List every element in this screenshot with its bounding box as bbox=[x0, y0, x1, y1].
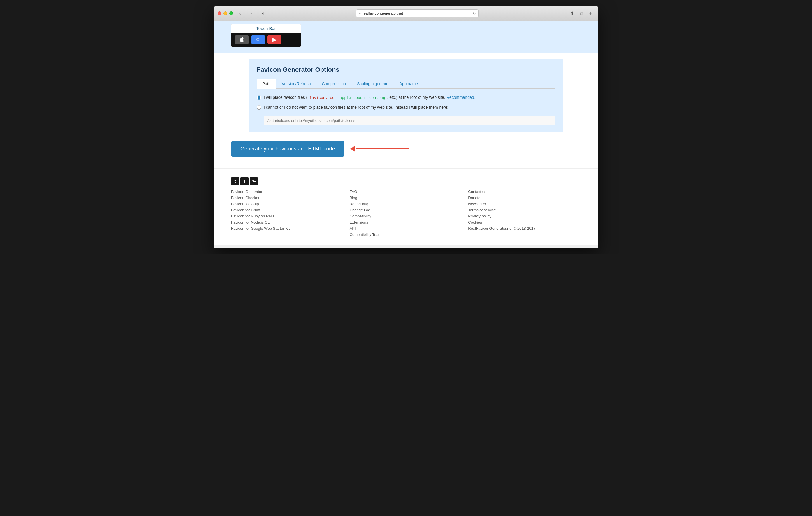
sidebar-button[interactable]: ⊡ bbox=[258, 10, 266, 17]
footer-col-2: FAQ Blog Report bug Change Log Compatibi… bbox=[350, 189, 463, 237]
footer-social: t f G+ bbox=[231, 177, 581, 185]
close-button[interactable] bbox=[218, 11, 221, 15]
tab-version-refresh[interactable]: Version/Refresh bbox=[276, 79, 316, 88]
address-bar[interactable]: ≡ realfavicongenerator.net ↻ bbox=[356, 9, 478, 18]
footer-link-favicon-ruby[interactable]: Favicon for Ruby on Rails bbox=[231, 214, 344, 218]
footer-link-privacy[interactable]: Privacy policy bbox=[468, 214, 581, 218]
footer-link-compatibility-test[interactable]: Compatibility Test bbox=[350, 232, 463, 237]
radio-custom[interactable] bbox=[257, 105, 261, 110]
footer-link-extensions[interactable]: Extensions bbox=[350, 220, 463, 224]
generate-button[interactable]: Generate your Favicons and HTML code bbox=[231, 141, 344, 156]
red-arrow bbox=[350, 146, 409, 152]
footer-link-favicon-gulp[interactable]: Favicon for Gulp bbox=[231, 202, 344, 206]
tab-scaling-algorithm[interactable]: Scaling algorithm bbox=[351, 79, 394, 88]
radio-option-custom: I cannot or I do not want to place favic… bbox=[257, 104, 555, 111]
touch-bar-label: Touch Bar bbox=[231, 24, 301, 33]
traffic-lights bbox=[218, 11, 233, 15]
tab-path[interactable]: Path bbox=[257, 79, 276, 89]
footer-link-changelog[interactable]: Change Log bbox=[350, 208, 463, 212]
back-button[interactable]: ‹ bbox=[236, 10, 244, 17]
code-apple-touch-icon: apple-touch-icon.png bbox=[339, 95, 386, 100]
tabs-button[interactable]: ⧉ bbox=[578, 10, 585, 17]
google-plus-icon[interactable]: G+ bbox=[250, 177, 258, 185]
arrow-container bbox=[350, 146, 409, 152]
touch-bar-pencil-icon: ✏ bbox=[251, 35, 265, 44]
footer-link-cookies[interactable]: Cookies bbox=[468, 220, 581, 224]
footer-link-compatibility[interactable]: Compatibility bbox=[350, 214, 463, 218]
radio-custom-label: I cannot or I do not want to place favic… bbox=[264, 104, 448, 111]
options-title: Favicon Generator Options bbox=[257, 66, 555, 73]
footer-col-3: Contact us Donate Newsletter Terms of se… bbox=[468, 189, 581, 237]
recommended-text: Recommended. bbox=[446, 95, 475, 100]
radio-root-label: I will place favicon files ( favicon.ico… bbox=[264, 94, 475, 101]
footer-link-favicon-nodejs[interactable]: Favicon for Node.js CLI bbox=[231, 220, 344, 224]
options-section: Favicon Generator Options Path Version/R… bbox=[249, 59, 563, 132]
touch-bar-section: Touch Bar ✏ ▶ bbox=[213, 21, 599, 53]
arrow-line bbox=[356, 148, 409, 149]
new-tab-button[interactable]: + bbox=[587, 10, 594, 17]
twitter-icon[interactable]: t bbox=[231, 177, 239, 185]
footer-link-newsletter[interactable]: Newsletter bbox=[468, 202, 581, 206]
footer-link-favicon-gwsk[interactable]: Favicon for Google Web Starter Kit bbox=[231, 226, 344, 231]
path-input[interactable] bbox=[264, 116, 555, 125]
footer-link-favicon-grunt[interactable]: Favicon for Grunt bbox=[231, 208, 344, 212]
minimize-button[interactable] bbox=[224, 11, 227, 15]
footer-link-blog[interactable]: Blog bbox=[350, 195, 463, 200]
browser-content: Touch Bar ✏ ▶ Favicon bbox=[213, 21, 599, 248]
footer-grid: Favicon Generator Favicon Checker Favico… bbox=[231, 189, 581, 237]
reload-icon[interactable]: ↻ bbox=[473, 11, 476, 16]
touch-bar-apple-icon bbox=[235, 35, 249, 44]
facebook-icon[interactable]: f bbox=[240, 177, 249, 185]
code-favicon-ico: favicon.ico bbox=[309, 95, 336, 100]
radio-option-root: I will place favicon files ( favicon.ico… bbox=[257, 94, 555, 101]
radio-root[interactable] bbox=[257, 95, 261, 100]
touch-bar-icons: ✏ ▶ bbox=[231, 33, 301, 47]
footer-link-terms[interactable]: Terms of service bbox=[468, 208, 581, 212]
touch-bar-youtube-icon: ▶ bbox=[267, 35, 282, 44]
forward-button[interactable]: › bbox=[247, 10, 255, 17]
footer-link-faq[interactable]: FAQ bbox=[350, 189, 463, 194]
touch-bar-card: Touch Bar ✏ ▶ bbox=[231, 24, 301, 47]
generate-section: Generate your Favicons and HTML code bbox=[213, 141, 599, 168]
footer-link-contact[interactable]: Contact us bbox=[468, 189, 581, 194]
share-button[interactable]: ⬆ bbox=[568, 10, 576, 17]
copyright-text: RealFaviconGenerator.net © 2013-2017 bbox=[468, 226, 581, 231]
maximize-button[interactable] bbox=[229, 11, 233, 15]
footer-link-report-bug[interactable]: Report bug bbox=[350, 202, 463, 206]
toolbar-right: ⬆ ⧉ + bbox=[568, 10, 594, 17]
footer-col-1: Favicon Generator Favicon Checker Favico… bbox=[231, 189, 344, 237]
footer: t f G+ Favicon Generator Favicon Checker… bbox=[213, 168, 599, 245]
tabs-container: Path Version/Refresh Compression Scaling… bbox=[257, 79, 555, 89]
footer-link-favicon-checker[interactable]: Favicon Checker bbox=[231, 195, 344, 200]
url-text: realfavicongenerator.net bbox=[362, 11, 403, 16]
hamburger-icon: ≡ bbox=[359, 11, 361, 16]
tab-app-name[interactable]: App name bbox=[394, 79, 424, 88]
footer-link-favicon-generator[interactable]: Favicon Generator bbox=[231, 189, 344, 194]
footer-link-donate[interactable]: Donate bbox=[468, 195, 581, 200]
footer-link-api[interactable]: API bbox=[350, 226, 463, 231]
tab-compression[interactable]: Compression bbox=[316, 79, 351, 88]
arrow-head bbox=[350, 146, 355, 152]
